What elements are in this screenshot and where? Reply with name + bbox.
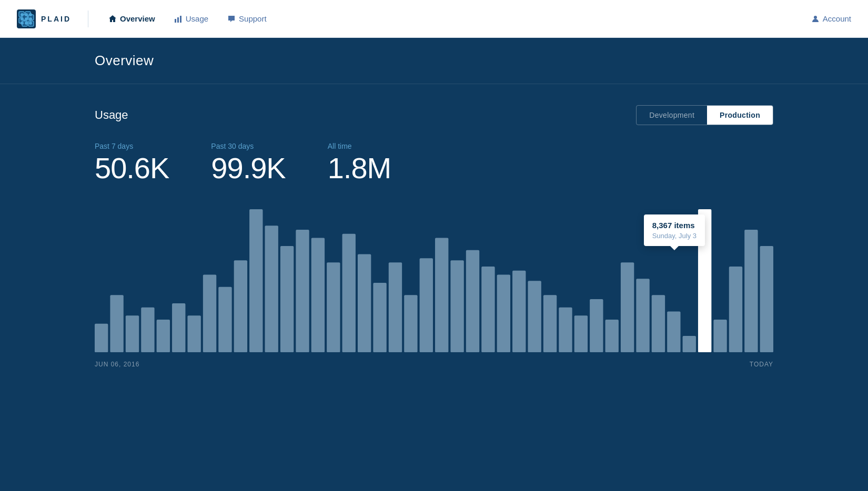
chart-svg-wrapper: 8,367 items Sunday, July 3: [95, 204, 773, 354]
stat-7days: Past 7 days 50.6K: [95, 142, 169, 183]
svg-point-9: [21, 13, 24, 16]
main-content: Usage Development Production Past 7 days…: [0, 84, 868, 491]
bar-chart-bar[interactable]: [559, 308, 572, 353]
bar-chart-bar[interactable]: [605, 320, 619, 352]
bar-chart-bar[interactable]: [126, 315, 139, 352]
bar-chart-bar[interactable]: [203, 274, 216, 352]
nav-item-support[interactable]: Support: [220, 10, 274, 27]
chart-date-end: TODAY: [750, 361, 773, 368]
bar-chart-bar[interactable]: [512, 271, 526, 352]
logo-text: PLAID: [41, 15, 71, 23]
svg-rect-20: [180, 16, 181, 23]
bar-chart-bar[interactable]: [698, 209, 711, 352]
bar-chart-bar[interactable]: [497, 274, 510, 352]
stat-30days-label: Past 30 days: [211, 142, 285, 150]
svg-point-13: [25, 17, 28, 21]
bar-chart[interactable]: [95, 204, 773, 352]
chart-date-start: JUN 06, 2016: [95, 361, 139, 368]
svg-point-16: [25, 22, 28, 25]
chart-container: 8,367 items Sunday, July 3 JUN 06, 2016 …: [95, 204, 773, 368]
bar-chart-bar[interactable]: [110, 295, 123, 352]
bar-chart-bar[interactable]: [636, 279, 649, 352]
bar-chart-bar[interactable]: [404, 295, 417, 352]
nav-item-overview[interactable]: Overview: [101, 10, 163, 27]
environment-toggle: Development Production: [636, 105, 773, 125]
bar-chart-bar[interactable]: [574, 315, 588, 352]
bar-chart-bar[interactable]: [95, 324, 108, 352]
bar-chart-bar[interactable]: [713, 320, 726, 352]
svg-point-14: [29, 17, 32, 21]
bar-chart-icon: [174, 15, 183, 23]
nav-item-usage[interactable]: Usage: [167, 10, 216, 27]
svg-point-10: [25, 13, 28, 16]
nav-items: Overview Usage Support: [101, 10, 811, 27]
page-header: Overview: [0, 38, 868, 84]
bar-chart-bar[interactable]: [342, 234, 356, 352]
svg-rect-19: [177, 17, 179, 23]
stat-alltime: All time 1.8M: [328, 142, 391, 183]
bar-chart-bar[interactable]: [187, 315, 200, 352]
stats-row: Past 7 days 50.6K Past 30 days 99.9K All…: [95, 142, 773, 183]
bar-chart-bar[interactable]: [543, 295, 557, 352]
svg-point-12: [21, 17, 24, 21]
bar-chart-bar[interactable]: [311, 238, 325, 353]
plaid-logo-icon: [17, 9, 36, 28]
nav-divider: [88, 11, 88, 27]
bar-chart-bar[interactable]: [296, 230, 309, 352]
bar-chart-bar[interactable]: [744, 230, 758, 352]
top-navigation: PLAID Overview Usage Support: [0, 0, 868, 38]
stat-7days-label: Past 7 days: [95, 142, 169, 150]
bar-chart-bar[interactable]: [420, 258, 433, 352]
bar-chart-bar[interactable]: [528, 281, 541, 352]
usage-header: Usage Development Production: [95, 105, 773, 125]
bar-chart-bar[interactable]: [249, 209, 263, 352]
bar-chart-bar[interactable]: [141, 308, 154, 353]
bar-chart-bar[interactable]: [234, 260, 247, 352]
account-button[interactable]: Account: [811, 14, 851, 23]
bar-chart-bar[interactable]: [435, 238, 448, 353]
bar-chart-bar[interactable]: [172, 303, 185, 352]
bar-chart-bar[interactable]: [265, 226, 278, 352]
chart-dates: JUN 06, 2016 TODAY: [95, 361, 773, 368]
page-title: Overview: [95, 53, 868, 69]
svg-point-15: [21, 22, 24, 25]
production-toggle-btn[interactable]: Production: [707, 106, 773, 125]
bar-chart-bar[interactable]: [373, 283, 386, 352]
svg-rect-18: [175, 19, 176, 23]
development-toggle-btn[interactable]: Development: [637, 106, 707, 125]
bar-chart-bar[interactable]: [621, 262, 634, 352]
bar-chart-bar[interactable]: [466, 250, 479, 352]
usage-title: Usage: [95, 108, 128, 122]
bar-chart-bar[interactable]: [760, 246, 773, 352]
home-icon: [108, 15, 117, 23]
bar-chart-bar[interactable]: [389, 262, 402, 352]
stat-7days-value: 50.6K: [95, 154, 169, 183]
bar-chart-bar[interactable]: [218, 287, 231, 352]
bar-chart-bar[interactable]: [729, 267, 742, 352]
stat-alltime-value: 1.8M: [328, 154, 391, 183]
logo[interactable]: PLAID: [17, 9, 71, 28]
bar-chart-bar[interactable]: [481, 267, 494, 352]
bar-chart-bar[interactable]: [652, 295, 665, 352]
bar-chart-bar[interactable]: [683, 336, 696, 352]
message-icon: [227, 15, 236, 23]
stat-alltime-label: All time: [328, 142, 391, 150]
stat-30days-value: 99.9K: [211, 154, 285, 183]
bar-chart-bar[interactable]: [590, 299, 603, 352]
svg-point-17: [29, 22, 32, 25]
bar-chart-bar[interactable]: [667, 311, 680, 352]
bar-chart-bar[interactable]: [280, 246, 294, 352]
bar-chart-bar[interactable]: [358, 254, 371, 353]
bar-chart-bar[interactable]: [157, 320, 170, 352]
stat-30days: Past 30 days 99.9K: [211, 142, 285, 183]
bar-chart-bar[interactable]: [450, 260, 463, 352]
account-icon: [811, 15, 820, 23]
svg-point-21: [814, 16, 817, 19]
bar-chart-bar[interactable]: [327, 262, 340, 352]
svg-point-11: [29, 13, 32, 16]
